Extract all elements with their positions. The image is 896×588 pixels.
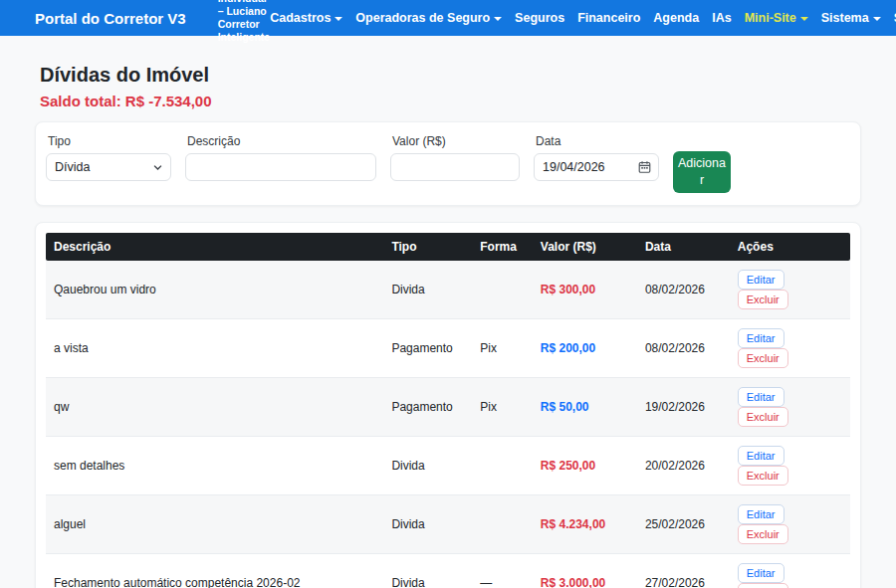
cell-data: 08/02/2026 (637, 261, 730, 319)
edit-button[interactable]: Editar (738, 387, 784, 407)
nav-item-agenda[interactable]: Agenda (653, 11, 699, 25)
cell-valor: R$ 250,00 (533, 436, 637, 494)
nav-item-label: Seguros (515, 11, 564, 25)
dividas-table: Descrição Tipo Forma Valor (R$) Data Açõ… (46, 233, 850, 588)
delete-button[interactable]: Excluir (738, 583, 788, 588)
header-tipo: Tipo (383, 233, 472, 261)
nav-item-label: Sistema (821, 11, 869, 25)
cell-data: 19/02/2026 (637, 377, 730, 436)
chevron-down-icon (494, 17, 502, 21)
descricao-input[interactable] (185, 153, 376, 181)
cell-forma: Pix (472, 377, 533, 436)
table-row: alguel Divida R$ 4.234,00 25/02/2026 Edi… (46, 494, 850, 553)
header-acoes: Ações (730, 233, 850, 261)
descricao-label: Descrição (187, 134, 376, 148)
logged-user-info: Individual – Luciano Corretor Inteligent… (218, 0, 271, 44)
cell-valor: R$ 200,00 (533, 318, 637, 377)
saldo-total: Saldo total: R$ -7.534,00 (35, 93, 861, 109)
brand-title[interactable]: Portal do Corretor V3 (35, 10, 186, 27)
cell-tipo: Pagamento (383, 377, 472, 436)
cell-forma: Pix (472, 318, 533, 377)
delete-button[interactable]: Excluir (738, 524, 788, 544)
table-header-row: Descrição Tipo Forma Valor (R$) Data Açõ… (46, 233, 850, 261)
cell-tipo: Divida (383, 494, 472, 553)
header-descricao: Descrição (46, 233, 383, 261)
tipo-label: Tipo (48, 134, 171, 148)
cell-data: 08/02/2026 (637, 318, 730, 377)
cell-forma: — (472, 553, 533, 588)
cell-tipo: Divida (383, 553, 472, 588)
chevron-down-icon (152, 162, 163, 173)
table-row: qw Pagamento Pix R$ 50,00 19/02/2026 Edi… (46, 377, 850, 436)
cell-data: 25/02/2026 (637, 494, 730, 553)
chevron-down-icon (335, 17, 342, 21)
nav-item-label: Operadoras de Seguro (355, 11, 490, 25)
page-title: Dívidas do Imóvel (35, 64, 861, 87)
adicionar-button[interactable]: Adicionar (673, 151, 731, 193)
nav-item-label: Cadastros (270, 11, 331, 25)
nav-item-label: Mini-Site (745, 11, 796, 25)
data-label: Data (536, 134, 659, 148)
edit-button[interactable]: Editar (738, 328, 784, 348)
nav-item-operadoras-de-seguro[interactable]: Operadoras de Seguro (355, 11, 502, 25)
delete-button[interactable]: Excluir (738, 348, 788, 368)
cell-data: 20/02/2026 (637, 436, 730, 494)
header-data: Data (637, 233, 730, 261)
delete-button[interactable]: Excluir (738, 407, 788, 427)
cell-valor: R$ 300,00 (533, 261, 637, 319)
cell-descricao: Fechamento automático competência 2026-0… (46, 553, 383, 588)
cell-descricao: Qauebrou um vidro (46, 261, 383, 319)
main-nav: Cadastros Operadoras de Seguro Seguros F… (270, 11, 896, 25)
nav-item-label: IAs (712, 11, 731, 25)
valor-label: Valor (R$) (392, 134, 520, 148)
edit-button[interactable]: Editar (738, 563, 784, 583)
cell-descricao: sem detalhes (46, 436, 383, 494)
cell-tipo: Pagamento (383, 318, 472, 377)
valor-input[interactable] (390, 153, 520, 181)
cell-tipo: Divida (383, 436, 472, 494)
cell-descricao: qw (46, 377, 383, 436)
cell-tipo: Divida (383, 261, 472, 319)
dividas-table-card: Descrição Tipo Forma Valor (R$) Data Açõ… (35, 222, 861, 588)
cell-forma (472, 436, 533, 494)
top-navbar: Portal do Corretor V3 Individual – Lucia… (0, 0, 896, 36)
delete-button[interactable]: Excluir (738, 290, 788, 309)
cell-descricao: a vista (46, 318, 383, 377)
nav-item-ias[interactable]: IAs (712, 11, 731, 25)
cell-forma (472, 261, 533, 319)
nav-item-label: Agenda (653, 11, 699, 25)
cell-valor: R$ 3.000,00 (533, 553, 637, 588)
table-row: a vista Pagamento Pix R$ 200,00 08/02/20… (46, 318, 850, 377)
cell-valor: R$ 50,00 (533, 377, 637, 436)
nav-item-mini-site[interactable]: Mini-Site (745, 11, 808, 25)
calendar-icon[interactable] (638, 161, 651, 174)
add-entry-form: Tipo Dívida Descrição Valor (R$) Da (35, 121, 861, 206)
nav-item-seguros[interactable]: Seguros (515, 11, 564, 25)
nav-item-cadastros[interactable]: Cadastros (270, 11, 342, 25)
table-row: Qauebrou um vidro Divida R$ 300,00 08/02… (46, 261, 850, 319)
nav-item-financeiro[interactable]: Financeiro (577, 11, 640, 25)
edit-button[interactable]: Editar (738, 446, 784, 466)
cell-data: 27/02/2026 (637, 553, 730, 588)
table-row: Fechamento automático competência 2026-0… (46, 553, 850, 588)
chevron-down-icon (873, 17, 881, 21)
chevron-down-icon (800, 17, 808, 21)
nav-item-sistema[interactable]: Sistema (821, 11, 881, 25)
cell-forma (472, 494, 533, 553)
cell-descricao: alguel (46, 494, 383, 553)
edit-button[interactable]: Editar (738, 270, 784, 290)
edit-button[interactable]: Editar (738, 504, 784, 524)
header-forma: Forma (472, 233, 533, 261)
nav-item-label: Financeiro (577, 11, 640, 25)
delete-button[interactable]: Excluir (738, 466, 788, 486)
cell-valor: R$ 4.234,00 (533, 494, 637, 553)
header-valor: Valor (R$) (533, 233, 637, 261)
table-row: sem detalhes Divida R$ 250,00 20/02/2026… (46, 436, 850, 494)
